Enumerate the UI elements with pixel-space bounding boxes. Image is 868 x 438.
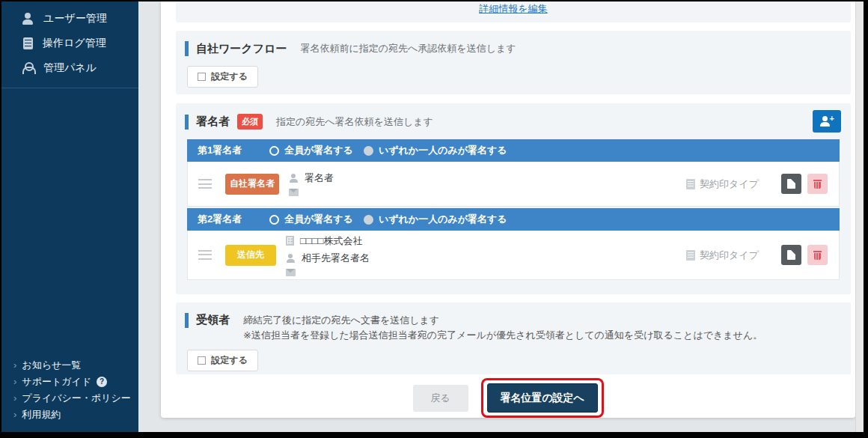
- signer-1-name: 署名者: [305, 171, 334, 185]
- sidebar: ユーザー管理 操作ログ管理 管理パネル › お知らせ一覧 › サポートガイド ?: [1, 1, 138, 432]
- checkbox-icon[interactable]: [198, 356, 206, 365]
- drag-handle-icon[interactable]: [198, 250, 212, 260]
- footer-link-notices[interactable]: › お知らせ一覧: [1, 357, 138, 374]
- signer-2-company-line: □□□□株式会社: [286, 234, 370, 248]
- recipient-title: 受領者: [196, 313, 230, 327]
- section-accent-bar: [185, 41, 189, 56]
- stamp-document-icon: [686, 250, 695, 261]
- chevron-right-icon: ›: [13, 409, 16, 421]
- scrollbar-track[interactable]: [855, 1, 863, 432]
- person-icon: [286, 254, 296, 263]
- footer-link-terms[interactable]: › 利用規約: [1, 407, 138, 423]
- sidebar-item-user-management[interactable]: ユーザー管理: [1, 6, 138, 31]
- section-accent-bar: [185, 115, 189, 130]
- panel-recipient: 受領者 締結完了後に指定の宛先へ文書を送信します ※送信担当者を登録した場合送信…: [176, 302, 851, 374]
- signature-position-button[interactable]: 署名位置の設定へ: [487, 383, 598, 413]
- app-viewport: ユーザー管理 操作ログ管理 管理パネル › お知らせ一覧 › サポートガイド ?: [1, 1, 864, 432]
- form-actions: 戻る 署名位置の設定へ: [161, 378, 855, 418]
- chevron-right-icon: ›: [13, 359, 16, 371]
- signer-1-document-button[interactable]: [781, 174, 801, 194]
- radio-all-sign-label: 全員が署名する: [284, 144, 353, 157]
- recipient-header: 受領者 締結完了後に指定の宛先へ文書を送信します ※送信担当者を登録した場合送信…: [176, 302, 851, 343]
- own-signer-badge[interactable]: 自社署名者: [225, 174, 279, 195]
- document-icon: [787, 179, 795, 189]
- sidebar-footer: › お知らせ一覧 › サポートガイド ? › プライバシー・ポリシー › 利用規…: [1, 357, 138, 423]
- signer-2-contact: □□□□株式会社 相手先署名者名: [286, 234, 370, 276]
- back-button[interactable]: 戻る: [413, 385, 468, 412]
- radio-selected-icon[interactable]: [364, 146, 373, 156]
- recipient-description-line2: ※送信担当者を登録した場合送信担当者宛の完了メールが優先され受領者としての通知を…: [243, 328, 762, 343]
- required-badge: 必須: [237, 114, 263, 130]
- radio-any-one-sign-group-2[interactable]: いずれか一人のみが署名する: [364, 213, 507, 226]
- signer-2-company: □□□□株式会社: [300, 234, 362, 248]
- signer-2-delete-button[interactable]: [807, 245, 828, 265]
- recipient-configure-button[interactable]: 設定する: [187, 350, 258, 371]
- signer-table: 第1署名者 全員が署名する いずれか一人のみが署名する 自社署: [187, 139, 840, 282]
- plus-icon: +: [830, 115, 834, 123]
- radio-unselected-icon[interactable]: [269, 215, 279, 225]
- recipient-description: 締結完了後に指定の宛先へ文書を送信します ※送信担当者を登録した場合送信担当者宛…: [243, 313, 762, 343]
- own-workflow-title: 自社ワークフロー: [196, 42, 287, 56]
- log-icon: [23, 37, 33, 49]
- signers-header: 署名者 必須 指定の宛先へ署名依頼を送信します: [176, 103, 851, 130]
- own-workflow-header: 自社ワークフロー 署名依頼前に指定の宛先へ承認依頼を送信します: [176, 31, 851, 56]
- signers-title: 署名者: [196, 115, 230, 129]
- radio-all-sign-group-1[interactable]: 全員が署名する: [269, 144, 353, 157]
- sidebar-item-admin-panel[interactable]: 管理パネル: [1, 55, 138, 80]
- document-icon: [787, 250, 795, 260]
- panel-signers: 署名者 必須 指定の宛先へ署名依頼を送信します + 第1署名者: [176, 103, 851, 294]
- signer-1-delete-button[interactable]: [807, 174, 828, 194]
- footer-link-label: サポートガイド: [22, 376, 91, 388]
- footer-link-label: プライバシー・ポリシー: [22, 392, 130, 404]
- admin-panel-icon: [22, 62, 34, 74]
- signer-1-actions: 契約印タイプ: [686, 174, 828, 194]
- building-icon: [286, 236, 294, 246]
- sidebar-item-label: ユーザー管理: [43, 12, 107, 25]
- radio-any-one-sign-group-1[interactable]: いずれか一人のみが署名する: [364, 144, 507, 157]
- configure-label: 設定する: [211, 354, 248, 367]
- contract-type-label: 契約印タイプ: [700, 177, 759, 191]
- highlight-outline: 署名位置の設定へ: [481, 378, 604, 418]
- sidebar-item-label: 管理パネル: [43, 61, 97, 75]
- trash-icon: [813, 179, 822, 189]
- destination-badge[interactable]: 送信先: [225, 245, 276, 266]
- mail-icon: [289, 189, 299, 196]
- drag-handle-icon[interactable]: [198, 179, 212, 189]
- contract-type-1: 契約印タイプ: [686, 177, 759, 191]
- workflow-configure-button[interactable]: 設定する: [187, 66, 258, 88]
- signer-2-document-button[interactable]: [781, 245, 801, 265]
- main-content: 詳細情報を編集 自社ワークフロー 署名依頼前に指定の宛先へ承認依頼を送信します …: [138, 1, 864, 432]
- user-icon: [22, 13, 34, 25]
- add-signer-button[interactable]: +: [813, 110, 841, 133]
- radio-any-one-sign-label: いずれか一人のみが署名する: [379, 144, 507, 157]
- footer-link-support-guide[interactable]: › サポートガイド ?: [1, 374, 138, 390]
- chevron-right-icon: ›: [13, 376, 16, 388]
- contract-type-label: 契約印タイプ: [700, 249, 759, 262]
- section-accent-bar: [185, 313, 189, 328]
- stamp-document-icon: [686, 179, 695, 189]
- footer-link-label: お知らせ一覧: [22, 359, 81, 371]
- signer-2-mail-line: [286, 269, 370, 276]
- edit-details-link[interactable]: 詳細情報を編集: [479, 2, 547, 16]
- sidebar-item-label: 操作ログ管理: [43, 37, 106, 50]
- contract-type-2: 契約印タイプ: [686, 249, 759, 262]
- help-icon[interactable]: ?: [97, 377, 107, 387]
- person-icon: [289, 174, 299, 183]
- checkbox-icon[interactable]: [198, 73, 206, 81]
- signer-row-1: 自社署名者 署名者: [187, 162, 840, 207]
- signer-group-2-header: 第2署名者 全員が署名する いずれか一人のみが署名する: [187, 208, 840, 231]
- signer-2-name: 相手先署名者名: [302, 252, 370, 265]
- add-person-icon: +: [820, 116, 834, 127]
- footer-link-privacy-policy[interactable]: › プライバシー・ポリシー: [1, 390, 138, 407]
- sidebar-item-operation-log[interactable]: 操作ログ管理: [1, 31, 138, 55]
- mail-icon: [286, 269, 296, 276]
- radio-all-sign-label: 全員が署名する: [284, 213, 353, 226]
- radio-all-sign-group-2[interactable]: 全員が署名する: [269, 213, 353, 226]
- radio-selected-icon[interactable]: [364, 215, 373, 225]
- signer-group-2-title: 第2署名者: [187, 213, 269, 226]
- radio-unselected-icon[interactable]: [269, 146, 279, 156]
- configure-label: 設定する: [211, 70, 248, 83]
- signer-group-1-title: 第1署名者: [187, 144, 269, 157]
- chevron-right-icon: ›: [13, 392, 16, 404]
- panel-document-info: 詳細情報を編集: [176, 1, 851, 22]
